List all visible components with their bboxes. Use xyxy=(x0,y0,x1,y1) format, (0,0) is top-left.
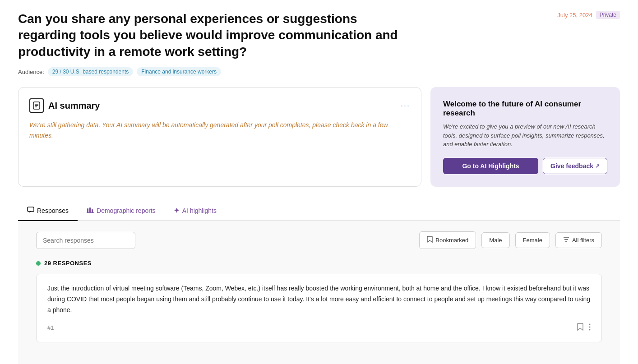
audience-row: Audience: 29 / 30 U.S.-based respondents… xyxy=(18,67,620,76)
ai-summary-card: AI summary ··· We're still gathering dat… xyxy=(18,87,421,187)
response-more-icon[interactable] xyxy=(589,323,591,332)
male-filter-label: Male xyxy=(489,237,502,244)
give-feedback-button[interactable]: Give feedback ↗ xyxy=(543,158,607,174)
search-input[interactable] xyxy=(36,232,135,249)
tab-demographic-label: Demographic reports xyxy=(97,207,156,214)
date-label: July 25, 2024 xyxy=(557,12,592,18)
response-bookmark-icon[interactable] xyxy=(577,323,583,333)
svg-point-12 xyxy=(589,323,591,325)
content-section: Bookmarked Male Female All filters 29 RE… xyxy=(18,221,620,364)
date-private-row: July 25, 2024 Private xyxy=(557,11,620,19)
welcome-card-title: Welcome to the future of AI consumer res… xyxy=(443,100,607,118)
audience-tag-workers: Finance and insurance workers xyxy=(137,67,221,76)
welcome-card: Welcome to the future of AI consumer res… xyxy=(430,87,620,187)
external-link-icon: ↗ xyxy=(595,163,600,169)
question-title: Can you share any personal experiences o… xyxy=(18,11,402,60)
tab-responses[interactable]: Responses xyxy=(18,201,78,221)
ai-highlights-tab-icon: ✦ xyxy=(174,207,180,215)
go-to-ai-highlights-button[interactable]: Go to AI Highlights xyxy=(443,158,538,174)
female-filter-label: Female xyxy=(523,237,542,244)
response-number: #1 xyxy=(47,324,54,331)
filter-icon xyxy=(563,237,569,244)
doc-icon xyxy=(29,98,44,113)
male-filter-button[interactable]: Male xyxy=(481,232,509,248)
welcome-actions: Go to AI Highlights Give feedback ↗ xyxy=(443,158,607,174)
svg-rect-4 xyxy=(28,207,34,212)
responses-tab-icon xyxy=(27,207,34,214)
audience-tag-respondents: 29 / 30 U.S.-based respondents xyxy=(48,67,133,76)
responses-count-label: 29 RESPONSES xyxy=(44,260,92,267)
svg-point-13 xyxy=(589,326,591,327)
welcome-card-body: We're excited to give you a preview of o… xyxy=(443,122,607,149)
ai-summary-body: We're still gathering data. Your AI summ… xyxy=(29,120,410,140)
tab-responses-label: Responses xyxy=(37,207,69,214)
response-footer: #1 xyxy=(47,323,591,333)
tabs-container: Responses Demographic reports ✦ AI highl… xyxy=(18,201,620,221)
female-filter-button[interactable]: Female xyxy=(515,232,550,248)
responses-count-row: 29 RESPONSES xyxy=(18,260,620,267)
give-feedback-label: Give feedback xyxy=(550,162,593,170)
all-filters-label: All filters xyxy=(572,237,594,244)
bookmark-filter-icon xyxy=(427,236,433,244)
response-text: Just the introduction of virtual meeting… xyxy=(47,283,591,315)
all-filters-button[interactable]: All filters xyxy=(555,232,602,248)
svg-point-14 xyxy=(589,329,591,330)
audience-label: Audience: xyxy=(18,69,44,75)
tab-ai-highlights-label: AI highlights xyxy=(182,207,217,214)
ai-summary-title: AI summary xyxy=(48,101,100,111)
tab-ai-highlights[interactable]: ✦ AI highlights xyxy=(165,201,226,221)
svg-rect-7 xyxy=(92,209,93,212)
green-dot-icon xyxy=(36,261,41,266)
filters-row: Bookmarked Male Female All filters xyxy=(18,231,620,249)
tab-demographic-reports[interactable]: Demographic reports xyxy=(78,201,165,221)
private-badge: Private xyxy=(596,11,620,19)
response-actions xyxy=(577,323,591,333)
page-wrapper: July 25, 2024 Private Can you share any … xyxy=(0,0,638,364)
response-card: Just the introduction of virtual meeting… xyxy=(36,274,602,342)
demographic-tab-icon xyxy=(87,207,94,214)
bookmarked-filter-label: Bookmarked xyxy=(435,237,468,244)
ai-summary-dots-icon[interactable]: ··· xyxy=(401,101,410,111)
svg-rect-6 xyxy=(89,207,91,212)
header-section: July 25, 2024 Private Can you share any … xyxy=(18,11,620,76)
bookmarked-filter-button[interactable]: Bookmarked xyxy=(419,231,476,249)
ai-summary-header: AI summary ··· xyxy=(29,98,410,113)
svg-rect-5 xyxy=(87,208,88,212)
ai-summary-title-row: AI summary xyxy=(29,98,100,113)
cards-section: AI summary ··· We're still gathering dat… xyxy=(18,87,620,187)
